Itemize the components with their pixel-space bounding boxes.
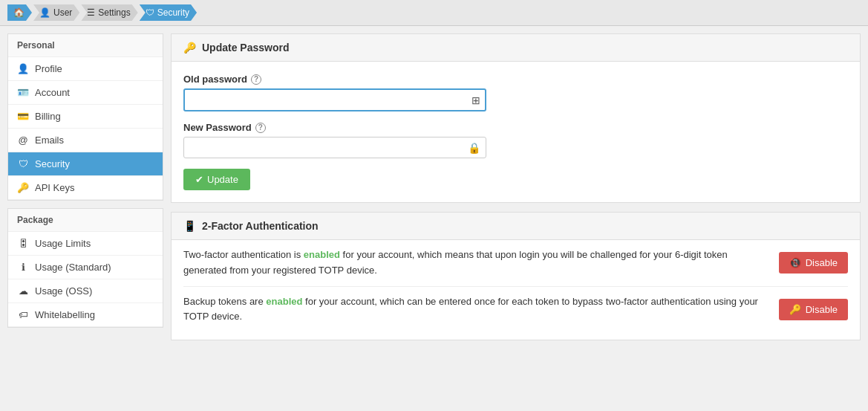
disable-twofa-button-2[interactable]: 🔑 Disable: [779, 299, 848, 320]
sidebar-item-usage-standard[interactable]: ℹ Usage (Standard): [8, 256, 163, 279]
new-password-group: New Password ? 🔒: [183, 122, 848, 158]
sidebar-profile-label: Profile: [35, 63, 62, 74]
new-password-label: New Password ?: [183, 122, 848, 133]
twofa-row-2: Backup tokens are enabled for your accou…: [183, 286, 848, 333]
new-password-input-wrapper: 🔒: [183, 137, 486, 158]
security-sidebar-icon: 🛡: [17, 158, 29, 169]
old-password-input-wrapper: ⊞: [183, 88, 486, 111]
emails-icon: @: [17, 135, 29, 146]
sidebar-security-label: Security: [35, 158, 70, 169]
sidebar-billing-label: Billing: [35, 111, 61, 122]
disable-icon-2: 🔑: [789, 304, 801, 315]
new-password-input[interactable]: [183, 137, 486, 158]
breadcrumb-user-label: User: [53, 7, 72, 18]
disable-twofa-button-1[interactable]: 📵 Disable: [779, 252, 848, 274]
sidebar-personal-title: Personal: [8, 34, 163, 57]
twofa-text-1: Two-factor authentication is enabled for…: [183, 249, 728, 276]
breadcrumb-home[interactable]: 🏠: [7, 4, 32, 21]
home-icon: 🏠: [13, 7, 25, 18]
profile-icon: 👤: [17, 63, 29, 74]
update-button[interactable]: ✔ Update: [183, 169, 250, 190]
old-password-group: Old password ? ⊞: [183, 74, 848, 111]
sidebar-account-label: Account: [35, 87, 70, 98]
sidebar-item-billing[interactable]: 💳 Billing: [8, 105, 163, 129]
sidebar-whitelabelling-label: Whitelabelling: [35, 309, 95, 320]
sidebar-package-title: Package: [8, 209, 163, 232]
old-password-label: Old password ?: [183, 74, 848, 85]
layout: Personal 👤 Profile 🪪 Account 💳 Billing @…: [0, 26, 868, 407]
usage-limits-icon: 🎛: [17, 238, 29, 249]
sidebar-item-emails[interactable]: @ Emails: [8, 129, 163, 152]
password-reveal-icon[interactable]: ⊞: [471, 94, 480, 106]
mobile-icon: 📱: [183, 220, 196, 232]
main-content: 🔑 Update Password Old password ? ⊞: [171, 33, 861, 400]
sidebar-usage-limits-label: Usage Limits: [35, 238, 91, 249]
twofa-enabled-2: enabled: [266, 296, 302, 307]
sidebar-personal-section: Personal 👤 Profile 🪪 Account 💳 Billing @…: [7, 33, 163, 201]
security-breadcrumb-icon: 🛡: [146, 7, 154, 18]
key-icon: 🔑: [183, 42, 196, 54]
sidebar-item-apikeys[interactable]: 🔑 API Keys: [8, 176, 163, 200]
breadcrumb-user[interactable]: 👤 User: [33, 4, 79, 21]
user-icon: 👤: [39, 7, 50, 18]
top-bar: 🏠 👤 User ☰ Settings 🛡 Security: [0, 0, 868, 26]
twofa-row-1: Two-factor authentication is enabled for…: [183, 240, 848, 286]
new-password-reveal-icon[interactable]: 🔒: [468, 142, 480, 154]
sidebar-item-usage-limits[interactable]: 🎛 Usage Limits: [8, 232, 163, 256]
breadcrumb-security-label: Security: [157, 7, 189, 18]
breadcrumb-security[interactable]: 🛡 Security: [140, 4, 197, 21]
disable-label-1: Disable: [806, 257, 838, 268]
sidebar-item-usage-oss[interactable]: ☁ Usage (OSS): [8, 279, 163, 303]
billing-icon: 💳: [17, 111, 29, 122]
twofa-card: 📱 2-Factor Authentication Two-factor aut…: [171, 212, 861, 340]
whitelabelling-icon: 🏷: [17, 309, 29, 320]
sidebar-item-account[interactable]: 🪪 Account: [8, 81, 163, 105]
old-password-help-icon[interactable]: ?: [251, 74, 261, 85]
disable-icon-1: 📵: [789, 257, 801, 268]
twofa-header: 📱 2-Factor Authentication: [172, 213, 860, 240]
twofa-title: 2-Factor Authentication: [202, 220, 319, 232]
old-password-input[interactable]: [183, 88, 486, 111]
apikeys-icon: 🔑: [17, 182, 29, 193]
twofa-paragraph-2: Backup tokens are enabled for your accou…: [183, 294, 779, 326]
sidebar-usage-oss-label: Usage (OSS): [35, 285, 92, 297]
sidebar: Personal 👤 Profile 🪪 Account 💳 Billing @…: [7, 33, 163, 400]
disable-label-2: Disable: [806, 304, 838, 315]
sidebar-package-section: Package 🎛 Usage Limits ℹ Usage (Standard…: [7, 208, 163, 328]
usage-standard-icon: ℹ: [17, 262, 29, 273]
update-password-body: Old password ? ⊞ New Password ?: [172, 62, 860, 202]
twofa-paragraph-1: Two-factor authentication is enabled for…: [183, 247, 779, 279]
sidebar-emails-label: Emails: [35, 135, 64, 146]
sidebar-apikeys-label: API Keys: [35, 182, 74, 193]
update-password-card: 🔑 Update Password Old password ? ⊞: [171, 33, 861, 203]
new-password-help-icon[interactable]: ?: [255, 123, 266, 133]
check-icon: ✔: [195, 174, 203, 185]
update-password-header: 🔑 Update Password: [172, 34, 860, 62]
usage-oss-icon: ☁: [17, 285, 29, 297]
sidebar-item-profile[interactable]: 👤 Profile: [8, 57, 163, 81]
sidebar-item-security[interactable]: 🛡 Security: [8, 152, 163, 176]
breadcrumb-settings[interactable]: ☰ Settings: [81, 4, 137, 21]
account-icon: 🪪: [17, 87, 29, 98]
breadcrumb-settings-label: Settings: [98, 7, 130, 18]
update-button-label: Update: [207, 174, 238, 185]
update-password-title: Update Password: [202, 42, 289, 54]
settings-icon: ☰: [87, 7, 95, 18]
twofa-enabled-1: enabled: [304, 249, 340, 260]
twofa-text-2: Backup tokens are enabled for your accou…: [183, 296, 758, 323]
sidebar-item-whitelabelling[interactable]: 🏷 Whitelabelling: [8, 303, 163, 327]
sidebar-usage-standard-label: Usage (Standard): [35, 262, 111, 273]
twofa-rows: Two-factor authentication is enabled for…: [172, 240, 860, 340]
